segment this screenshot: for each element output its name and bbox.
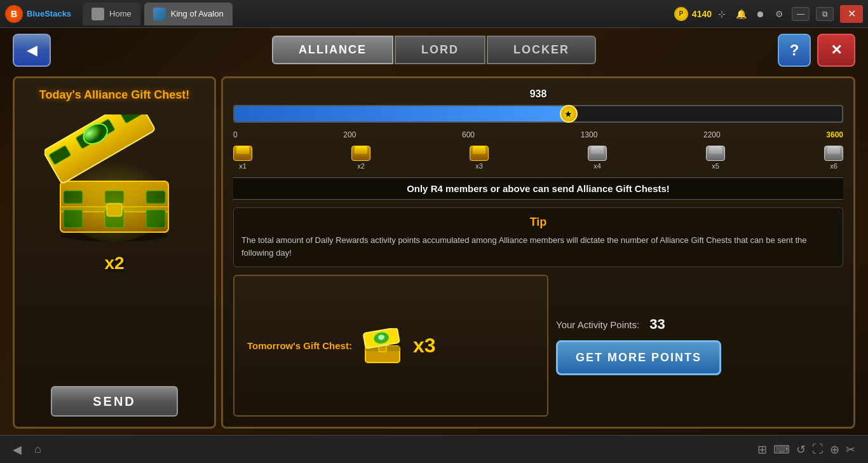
record-icon[interactable]: ⏺ [754,8,766,20]
map-icon[interactable]: ⊕ [830,443,839,457]
titlebar: B BlueStacks Home King of Avalon P 4140 … [0,0,868,28]
lord-tab-label: LORD [421,43,459,56]
left-panel: Today's Alliance Gift Chest! [13,76,216,429]
content-area: Today's Alliance Gift Chest! [13,76,855,429]
nav-tabs: ALLIANCE LORD LOCKER [272,36,596,64]
home-icon [92,8,104,20]
chest-icon-silver-4 [588,146,607,161]
restore-btn[interactable]: ⧉ [816,7,834,21]
back-button[interactable]: ◀ [13,34,51,67]
chest-mult-4: x4 [593,162,601,170]
tomorrow-count: x3 [413,334,436,357]
chest-icon-silver-6 [824,146,843,161]
chest-mult-3: x3 [475,162,483,170]
send-label: SEND [93,394,136,409]
fullscreen-icon[interactable]: ⛶ [812,443,824,456]
chest-mult-2: x2 [357,162,365,170]
help-label: ? [790,41,799,59]
titlebar-icons: ⊹ 🔔 ⏺ ⚙ — ⧉ ✕ [715,5,863,23]
milestone-value-2: 600 [462,130,475,139]
bottom-taskbar: ◀ ⌂ ⊞ ⌨ ↺ ⛶ ⊕ ✂ [0,435,868,463]
cursor-icon[interactable]: ⊹ [715,8,728,20]
minimize-btn[interactable]: — [792,7,810,21]
tomorrow-chest-svg [362,328,403,364]
points-value: 4140 [692,9,712,19]
game-tab[interactable]: King of Avalon [144,3,233,25]
bell-icon[interactable]: 🔔 [735,8,747,20]
chest-milestone-5: x5 [706,146,725,170]
alert-message: Only R4 members or above can send Allian… [233,177,843,200]
home-tab[interactable]: Home [83,3,140,25]
activity-label: Your Activity Points: [556,319,639,330]
activity-section: Your Activity Points: 33 GET MORE POINTS [556,275,843,417]
milestone-value-1: 200 [343,130,356,139]
settings-icon[interactable]: ⚙ [773,8,785,20]
milestone-value-5: 3600 [826,130,843,139]
chest-mult-1: x1 [239,162,247,170]
progress-bar-container: ★ [233,105,843,123]
chest-display [44,114,184,242]
chest-svg [44,114,184,242]
chest-icon-gold-1 [233,146,252,161]
milestone-value-0: 0 [233,130,238,139]
progress-current: 938 [530,88,547,100]
back-nav-icon[interactable]: ◀ [13,443,22,457]
alliance-tab[interactable]: ALLIANCE [272,36,393,64]
milestone-2: 600 [462,130,475,139]
activity-row: Your Activity Points: 33 [556,316,665,333]
progress-star-icon: ★ [560,105,578,123]
tip-text: The total amount of Daily Rewards activi… [241,234,835,259]
alliance-tab-label: ALLIANCE [299,43,367,56]
right-panel: 938 ★ 0 200 600 [221,76,855,429]
help-button[interactable]: ? [778,34,811,67]
bottom-bar-right: ⊞ ⌨ ↺ ⛶ ⊕ ✂ [757,443,855,457]
lord-tab[interactable]: LORD [395,36,485,64]
scissors-icon[interactable]: ✂ [846,443,855,457]
svg-point-15 [57,153,172,242]
milestone-0: 0 [233,130,238,139]
locker-tab-label: LOCKER [513,43,569,56]
get-more-points-button[interactable]: GET MORE POINTS [556,340,721,375]
chest-milestone-3: x3 [470,146,489,170]
milestone-1: 200 [343,130,356,139]
chest-milestone-6: x6 [824,146,843,170]
chest-icon-gold-2 [351,146,370,161]
tip-section: Tip The total amount of Daily Rewards ac… [233,207,843,267]
game-icon [153,8,166,20]
nav-bar: ◀ ALLIANCE LORD LOCKER ? ✕ [0,36,868,64]
titlebar-close-btn[interactable]: ✕ [840,5,863,23]
close-button[interactable]: ✕ [817,34,855,67]
bluestacks-logo: B [5,5,23,23]
progress-section: 938 ★ 0 200 600 [233,88,843,170]
points-display: P 4140 [674,7,712,21]
locker-tab[interactable]: LOCKER [487,36,596,64]
home-nav-icon[interactable]: ⌂ [34,443,41,456]
refresh-icon[interactable]: ↺ [796,443,806,457]
milestone-3: 1300 [581,130,598,139]
chest-milestone-4: x4 [588,146,607,170]
game-area: ◀ ALLIANCE LORD LOCKER ? ✕ Today's Allia… [0,28,868,435]
brand-label: BlueStacks [27,9,71,18]
tip-title: Tip [241,216,835,229]
milestone-5: 3600 [826,130,843,139]
chest-icon-gold-3 [470,146,489,161]
chest-milestone-1: x1 [233,146,252,170]
send-button[interactable]: SEND [51,386,178,417]
milestone-value-4: 2200 [703,130,721,139]
bottom-section: Tomorrow's Gift Chest: x3 [233,275,843,417]
chest-mult-5: x5 [712,162,719,170]
progress-bar-fill: ★ [234,106,569,121]
window-icon[interactable]: ⊞ [757,443,767,457]
tomorrow-label: Tomorrow's Gift Chest: [247,340,352,351]
chest-mult-6: x6 [830,162,837,170]
points-coin-icon: P [674,7,688,21]
close-label: ✕ [831,42,842,59]
left-panel-title: Today's Alliance Gift Chest! [39,88,189,102]
chest-icon-silver-5 [706,146,725,161]
keyboard-icon[interactable]: ⌨ [773,443,790,457]
chest-milestone-2: x2 [351,146,370,170]
tomorrow-info: Tomorrow's Gift Chest: [247,340,352,351]
tomorrow-chest-panel: Tomorrow's Gift Chest: x3 [233,275,548,417]
bottom-bar-left: ◀ ⌂ [13,443,41,457]
get-points-label: GET MORE POINTS [576,351,702,364]
